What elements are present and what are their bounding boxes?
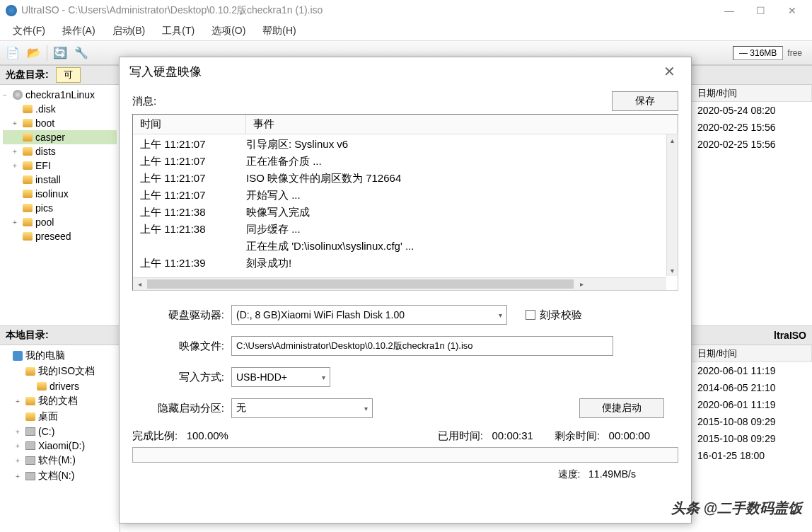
log-event: 同步缓存 ...: [246, 221, 678, 238]
boot-options-button[interactable]: 便捷启动: [579, 398, 664, 418]
folder-icon: [25, 412, 35, 421]
drive-icon: [25, 456, 35, 465]
scroll-left-icon[interactable]: ◂: [133, 278, 146, 290]
local-tree-item[interactable]: 桌面: [3, 409, 117, 424]
scroll-up-icon[interactable]: ▴: [667, 134, 678, 146]
tree-item[interactable]: +EFI: [3, 158, 117, 173]
menu-options[interactable]: 选项(O): [203, 22, 254, 40]
log-event: 引导扇区: Syslinux v6: [246, 136, 678, 153]
tree-item[interactable]: isolinux: [3, 187, 117, 201]
log-col-event[interactable]: 事件: [246, 115, 678, 134]
message-label: 消息:: [132, 95, 612, 108]
tree-item-label: dists: [35, 146, 56, 157]
verify-checkbox[interactable]: [526, 310, 535, 320]
folder-icon: [23, 218, 33, 226]
folder-icon: [23, 232, 33, 241]
tree-item-label: drivers: [50, 381, 79, 392]
folder-icon: [23, 190, 33, 198]
menu-file[interactable]: 文件(F): [4, 22, 54, 40]
hidden-part-label: 隐藏启动分区:: [132, 402, 224, 415]
date-cell: 2015-10-08 09:29: [692, 432, 812, 446]
scroll-down-icon[interactable]: ▾: [667, 265, 678, 276]
local-tree-item[interactable]: +我的文档: [3, 393, 117, 409]
log-hscroll[interactable]: ◂ ▸: [133, 277, 666, 290]
tree-item[interactable]: casper: [3, 130, 117, 144]
local-tree[interactable]: 我的电脑 我的ISO文档drivers+我的文档桌面+(C:)+Xiaomi(D…: [0, 345, 120, 532]
log-row: 上午 11:21:38同步缓存 ...: [133, 221, 678, 238]
log-vscroll[interactable]: ▴ ▾: [666, 134, 678, 276]
tree-item[interactable]: pics: [3, 201, 117, 215]
save-button[interactable]: 保存: [612, 91, 678, 111]
tree-item-label: 文档(N:): [38, 470, 74, 482]
size-display: — 316MB: [733, 46, 783, 60]
tree-item[interactable]: +boot: [3, 116, 117, 130]
cd-icon: [13, 90, 23, 100]
local-tree-item[interactable]: drivers: [3, 379, 117, 393]
refresh-icon[interactable]: 🔄: [52, 45, 69, 62]
log-event: 开始写入 ...: [246, 187, 678, 204]
tree-item-label: 桌面: [38, 410, 58, 423]
date-cell: 2020-05-24 08:20: [692, 103, 812, 117]
log-row: 上午 11:21:07正在准备介质 ...: [133, 153, 678, 170]
local-tree-item[interactable]: +文档(N:): [3, 468, 117, 484]
tree-item[interactable]: .disk: [3, 102, 117, 116]
dialog-title: 写入硬盘映像: [129, 64, 657, 80]
chevron-down-icon: ▾: [499, 311, 502, 319]
log-row: 上午 11:21:07引导扇区: Syslinux v6: [133, 136, 678, 153]
tree-item[interactable]: install: [3, 173, 117, 187]
log-row: 上午 11:21:38映像写入完成: [133, 204, 678, 221]
tree-item[interactable]: +dists: [3, 144, 117, 158]
folder-icon: [23, 133, 33, 141]
new-icon[interactable]: 📄: [4, 45, 21, 62]
local-tree-item[interactable]: +(C:): [3, 424, 117, 439]
drive-select[interactable]: (D:, 8 GB)Xiaomi WiFi Flash Disk 1.00▾: [231, 305, 507, 325]
open-icon[interactable]: 📂: [25, 45, 42, 62]
maximize-button[interactable]: ☐: [747, 1, 775, 21]
col-date-local[interactable]: 日期/时间: [692, 345, 812, 362]
log-time: 上午 11:21:38: [133, 221, 246, 238]
tree-item[interactable]: +pool: [3, 215, 117, 229]
menu-tools[interactable]: 工具(T): [153, 22, 203, 40]
image-file-field[interactable]: C:\Users\Administrator\Desktop\0.10.2版ch…: [231, 336, 613, 356]
local-tree-item[interactable]: 我的ISO文档: [3, 364, 117, 379]
chevron-down-icon: ▾: [364, 405, 368, 412]
disc-dir-label: 光盘目录:: [6, 69, 49, 81]
remain-label: 剩余时间:: [555, 429, 600, 441]
tree-item-label: preseed: [35, 231, 71, 242]
disc-dropdown[interactable]: 可: [56, 67, 81, 83]
dialog-close-button[interactable]: ✕: [657, 59, 681, 83]
tree-root-label: checkra1nLinux: [25, 89, 95, 100]
right-path-label: ltraISO: [774, 330, 806, 341]
image-label: 映像文件:: [132, 340, 224, 353]
log-col-time[interactable]: 时间: [133, 115, 246, 134]
scroll-right-icon[interactable]: ▸: [575, 278, 588, 290]
tree-item[interactable]: preseed: [3, 229, 117, 243]
menu-boot[interactable]: 启动(B): [104, 22, 154, 40]
drive-icon: [25, 427, 35, 436]
date-cell: 16-01-25 18:00: [692, 449, 812, 463]
log-row: 上午 11:21:07开始写入 ...: [133, 187, 678, 204]
log-row: 正在生成 'D:\isolinux\syslinux.cfg' ...: [133, 238, 678, 255]
menu-action[interactable]: 操作(A): [54, 22, 104, 40]
tree-item-label: casper: [35, 132, 65, 143]
title-bar: UltraISO - C:\Users\Administrator\Deskto…: [0, 0, 812, 21]
log-event: ISO 映像文件的扇区数为 712664: [246, 170, 678, 187]
minimize-button[interactable]: —: [715, 1, 743, 21]
watermark: 头条 @二手数码盖饭: [671, 499, 802, 518]
col-date[interactable]: 日期/时间: [692, 85, 812, 101]
log-time: 上午 11:21:38: [133, 204, 246, 221]
menu-help[interactable]: 帮助(H): [254, 22, 304, 40]
local-tree-item[interactable]: +软件(M:): [3, 453, 117, 468]
hidden-partition-select[interactable]: 无▾: [231, 398, 373, 418]
write-method-select[interactable]: USB-HDD+▾: [231, 367, 330, 387]
close-button[interactable]: ✕: [778, 1, 806, 21]
local-tree-root[interactable]: 我的电脑: [3, 348, 117, 364]
tree-item-label: Xiaomi(D:): [38, 440, 85, 451]
log-row: 上午 11:21:39刻录成功!: [133, 255, 678, 272]
log-row: 上午 11:21:07ISO 映像文件的扇区数为 712664: [133, 170, 678, 187]
log-event: 刻录成功!: [246, 255, 678, 272]
tool-icon[interactable]: 🔧: [73, 45, 90, 62]
local-tree-item[interactable]: +Xiaomi(D:): [3, 439, 117, 453]
tree-root[interactable]: − checkra1nLinux: [3, 88, 117, 102]
disc-tree[interactable]: − checkra1nLinux .disk+bootcasper+dists+…: [0, 85, 120, 325]
